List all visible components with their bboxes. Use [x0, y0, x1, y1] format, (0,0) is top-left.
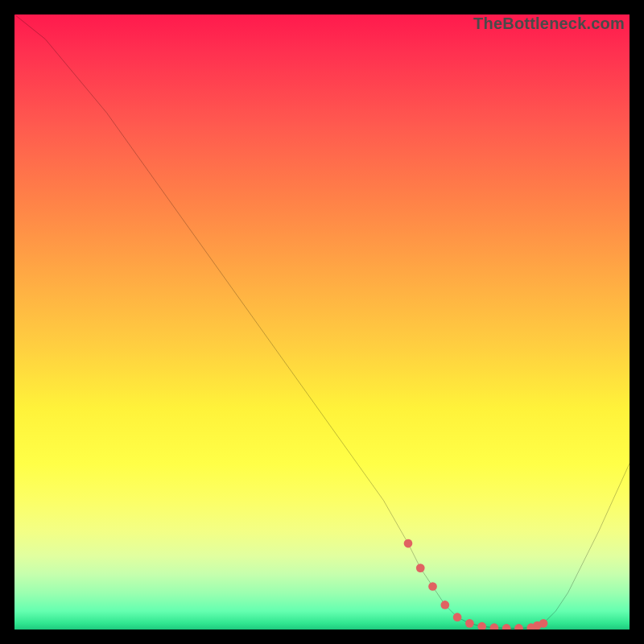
optimal-dot — [539, 619, 548, 628]
optimal-dot — [477, 622, 486, 630]
optimal-dot — [514, 624, 523, 630]
optimal-dot — [465, 619, 474, 628]
optimal-dot — [453, 613, 462, 621]
optimal-range-dots — [404, 539, 548, 630]
optimal-dot — [428, 582, 437, 591]
chart-frame: TheBottleneck.com — [14, 14, 630, 630]
optimal-dot — [404, 539, 413, 548]
optimal-dot — [490, 623, 499, 630]
optimal-dot — [502, 624, 511, 630]
bottleneck-curve-line — [14, 14, 630, 628]
optimal-dot — [440, 601, 449, 609]
optimal-dot — [416, 564, 425, 572]
chart-svg — [14, 14, 630, 630]
